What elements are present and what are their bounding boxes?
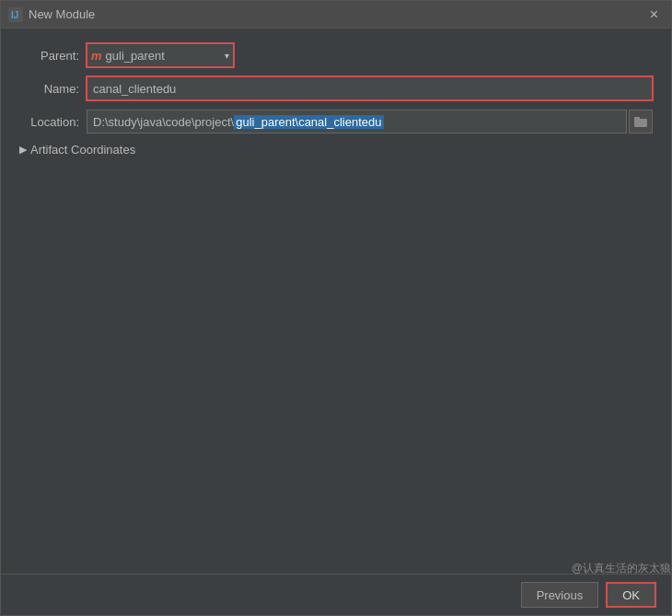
svg-rect-3 bbox=[634, 117, 640, 120]
parent-label: Parent: bbox=[19, 49, 79, 63]
app-icon: IJ bbox=[8, 7, 23, 22]
name-label: Name: bbox=[19, 82, 79, 96]
browse-button[interactable] bbox=[629, 110, 653, 134]
parent-row: Parent: m guli_parent ▾ bbox=[19, 43, 653, 67]
parent-value: guli_parent bbox=[106, 49, 221, 63]
location-display[interactable]: D:\study\java\code\project\guli_parent\c… bbox=[87, 110, 627, 134]
dialog-title: New Module bbox=[29, 7, 644, 21]
bottom-bar: Previous OK bbox=[1, 574, 671, 615]
form-content: Parent: m guli_parent ▾ Name: Location: … bbox=[1, 29, 671, 574]
svg-text:IJ: IJ bbox=[11, 10, 18, 20]
previous-button[interactable]: Previous bbox=[521, 582, 599, 608]
location-row: Location: D:\study\java\code\project\gul… bbox=[19, 110, 653, 134]
expand-arrow-icon: ▶ bbox=[19, 144, 27, 156]
artifact-expand[interactable]: ▶ Artifact Coordinates bbox=[19, 143, 135, 157]
location-highlight: guli_parent\canal_clientedu bbox=[234, 115, 383, 129]
location-label: Location: bbox=[19, 115, 79, 129]
svg-rect-2 bbox=[634, 119, 647, 127]
parent-dropdown[interactable]: m guli_parent ▾ bbox=[87, 43, 234, 67]
dialog-window: IJ New Module × Parent: m guli_parent ▾ … bbox=[0, 0, 672, 616]
module-icon: m bbox=[91, 49, 102, 63]
next-button[interactable]: OK bbox=[606, 582, 656, 608]
artifact-label: Artifact Coordinates bbox=[30, 143, 135, 157]
name-row: Name: bbox=[19, 76, 653, 100]
close-button[interactable]: × bbox=[644, 6, 664, 24]
artifact-coordinates-row: ▶ Artifact Coordinates bbox=[19, 143, 653, 157]
location-prefix: D:\study\java\code\project\ bbox=[93, 115, 234, 129]
location-input-wrapper: D:\study\java\code\project\guli_parent\c… bbox=[87, 110, 653, 134]
title-bar: IJ New Module × bbox=[1, 1, 671, 29]
chevron-down-icon: ▾ bbox=[225, 51, 229, 61]
name-input[interactable] bbox=[87, 76, 653, 100]
